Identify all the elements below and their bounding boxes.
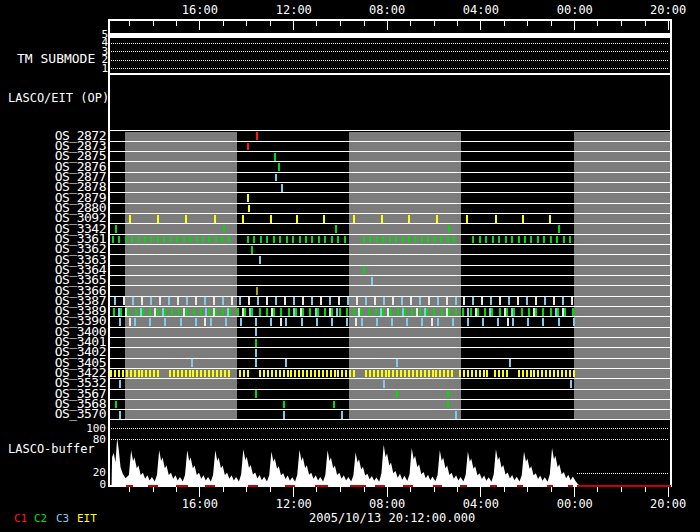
- image-tick: [419, 308, 421, 316]
- time-tick: [645, 486, 646, 492]
- image-tick: [486, 370, 488, 378]
- image-tick: [504, 308, 506, 316]
- image-tick: [195, 318, 197, 326]
- image-tick: [377, 370, 379, 378]
- time-tick: [574, 486, 575, 497]
- image-tick: [210, 318, 212, 326]
- image-tick: [138, 236, 140, 244]
- image-tick: [178, 308, 180, 316]
- image-tick: [255, 328, 257, 336]
- image-tick: [275, 297, 277, 305]
- image-tick: [337, 370, 339, 378]
- image-tick: [336, 308, 338, 316]
- time-tick: [316, 21, 317, 26]
- image-tick: [542, 318, 544, 326]
- time-tick: [340, 21, 341, 26]
- top-axis-time-label: 12:00: [276, 3, 312, 17]
- time-tick: [527, 21, 528, 26]
- image-tick: [221, 236, 223, 244]
- image-tick: [331, 308, 333, 316]
- image-tick: [502, 370, 504, 378]
- image-tick: [130, 370, 132, 378]
- image-tick: [506, 308, 508, 316]
- image-tick: [477, 308, 479, 316]
- buffer-red-mark: [460, 485, 467, 487]
- image-tick: [420, 370, 422, 378]
- image-tick: [400, 370, 402, 378]
- time-tick: [621, 21, 622, 26]
- image-tick: [292, 236, 294, 244]
- image-tick: [383, 297, 385, 305]
- image-tick: [421, 318, 423, 326]
- image-tick: [118, 308, 120, 316]
- image-tick: [555, 308, 557, 316]
- time-tick: [645, 21, 646, 26]
- image-tick: [346, 308, 348, 316]
- buffer-gridline: [111, 428, 668, 429]
- buffer-y-label: 0: [70, 480, 106, 490]
- image-tick: [119, 411, 121, 419]
- image-tick: [293, 297, 295, 305]
- image-tick: [112, 236, 114, 244]
- image-tick: [239, 370, 241, 378]
- image-tick: [404, 308, 406, 316]
- image-tick: [129, 215, 131, 223]
- image-tick: [382, 308, 384, 316]
- os-row-track: [110, 193, 670, 203]
- time-tick: [410, 21, 411, 26]
- image-tick: [347, 297, 349, 305]
- buffer-red-mark: [248, 485, 258, 487]
- image-tick: [132, 297, 134, 305]
- image-tick: [293, 308, 295, 316]
- image-tick: [550, 236, 552, 244]
- image-tick: [204, 297, 206, 305]
- os-row-track: [110, 369, 670, 379]
- time-tick: [434, 21, 435, 26]
- os-row-track: [110, 132, 670, 142]
- image-tick: [320, 297, 322, 305]
- image-tick: [242, 308, 244, 316]
- image-tick: [391, 318, 393, 326]
- image-tick: [274, 153, 276, 161]
- image-tick: [309, 308, 311, 316]
- image-tick: [301, 318, 303, 326]
- image-tick: [396, 370, 398, 378]
- image-tick: [266, 236, 268, 244]
- image-tick: [437, 297, 439, 305]
- image-tick: [402, 236, 404, 244]
- time-tick: [199, 486, 200, 497]
- os-row-track: [110, 410, 670, 420]
- image-tick: [424, 370, 426, 378]
- image-tick: [263, 370, 265, 378]
- image-tick: [149, 318, 151, 326]
- image-tick: [353, 215, 355, 223]
- image-tick: [200, 370, 202, 378]
- image-tick: [189, 370, 191, 378]
- image-tick: [467, 318, 469, 326]
- image-tick: [562, 308, 564, 316]
- time-tick: [223, 21, 224, 26]
- image-tick: [306, 370, 308, 378]
- image-tick: [247, 236, 249, 244]
- image-tick: [344, 236, 346, 244]
- time-tick: [504, 21, 505, 26]
- image-tick: [302, 297, 304, 305]
- os-row-track: [110, 142, 670, 152]
- image-tick: [183, 308, 185, 316]
- image-tick: [329, 308, 331, 316]
- time-tick: [457, 486, 458, 492]
- tm-submode-label: TM SUBMODE: [17, 51, 95, 66]
- image-tick: [255, 339, 257, 347]
- image-tick: [153, 370, 155, 378]
- image-tick: [326, 370, 328, 378]
- image-tick: [498, 236, 500, 244]
- image-tick: [267, 370, 269, 378]
- image-tick: [408, 370, 410, 378]
- image-tick: [296, 215, 298, 223]
- image-tick: [138, 370, 140, 378]
- image-tick: [448, 308, 450, 316]
- image-tick: [495, 215, 497, 223]
- image-tick: [200, 308, 202, 316]
- image-tick: [288, 308, 290, 316]
- image-tick: [550, 308, 552, 316]
